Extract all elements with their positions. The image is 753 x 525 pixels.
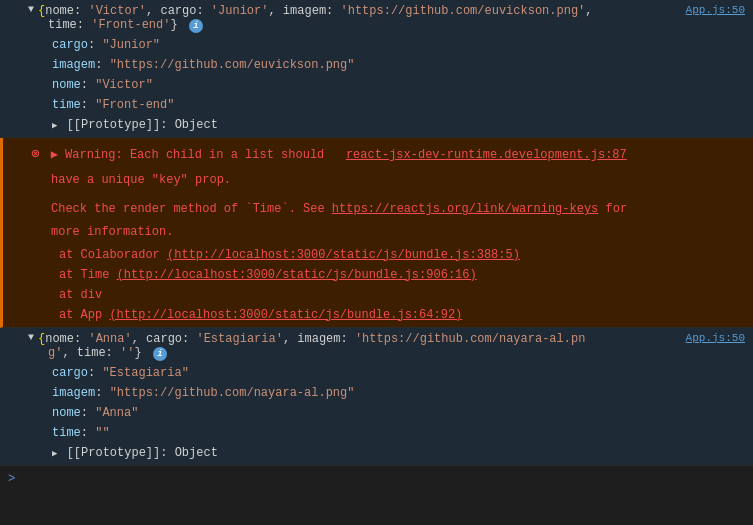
- info-icon-1[interactable]: i: [189, 19, 203, 33]
- stack-line-colaborador: at Colaborador (http://localhost:3000/st…: [23, 245, 753, 265]
- property-nome-2: nome: "Anna": [20, 403, 753, 423]
- file-link-2[interactable]: App.js:50: [686, 332, 745, 344]
- prototype-line-2[interactable]: ▶ [[Prototype]]: Object: [20, 443, 753, 463]
- warning-keys-link[interactable]: https://reactjs.org/link/warning-keys: [332, 202, 598, 216]
- property-cargo-2: cargo: "Estagiaria": [20, 363, 753, 383]
- object-preview-2: {nome: 'Anna', cargo: 'Estagiaria', imag…: [38, 332, 585, 346]
- log-entry-victor: App.js:50 ▼ {nome: 'Victor', cargo: 'Jun…: [0, 0, 753, 138]
- stack-line-app: at App (http://localhost:3000/static/js/…: [23, 305, 753, 325]
- stack-line-time: at Time (http://localhost:3000/static/js…: [23, 265, 753, 285]
- expand-arrow-1[interactable]: ▼: [28, 4, 34, 15]
- warning-body-line1: have a unique "key" prop.: [23, 169, 753, 192]
- property-nome: nome: "Victor": [20, 75, 753, 95]
- expand-arrow-2[interactable]: ▼: [28, 332, 34, 343]
- warning-icon: ⊗: [31, 144, 39, 165]
- property-imagem-2: imagem: "https://github.com/nayara-al.pn…: [20, 383, 753, 403]
- stack-line-div: at div: [23, 285, 753, 305]
- file-link-1[interactable]: App.js:50: [686, 4, 745, 16]
- info-icon-2[interactable]: i: [153, 347, 167, 361]
- bottom-prompt-area: >: [0, 466, 753, 492]
- console-panel[interactable]: App.js:50 ▼ {nome: 'Victor', cargo: 'Jun…: [0, 0, 753, 525]
- property-imagem: imagem: "https://github.com/euvickson.pn…: [20, 55, 753, 75]
- stack-link-app[interactable]: (http://localhost:3000/static/js/bundle.…: [109, 308, 462, 322]
- object-preview-1: {nome: 'Victor', cargo: 'Junior', imagem…: [38, 4, 593, 18]
- warning-body-line3: Check the render method of `Time`. See h…: [23, 192, 753, 221]
- warning-body-line4: more information.: [23, 221, 753, 244]
- log-entry-anna: App.js:50 ▼ {nome: 'Anna', cargo: 'Estag…: [0, 328, 753, 466]
- stack-link-colaborador[interactable]: (http://localhost:3000/static/js/bundle.…: [167, 248, 520, 262]
- prototype-line-1[interactable]: ▶ [[Prototype]]: Object: [20, 115, 753, 135]
- warning-header: ⊗ ▶ Warning: Each child in a list should…: [23, 140, 753, 169]
- property-cargo: cargo: "Junior": [20, 35, 753, 55]
- prompt-arrow[interactable]: >: [8, 472, 15, 486]
- property-time: time: "Front-end": [20, 95, 753, 115]
- warning-entry: ⊗ ▶ Warning: Each child in a list should…: [0, 138, 753, 328]
- warning-file-link[interactable]: react-jsx-dev-runtime.development.js:87: [346, 148, 627, 162]
- warning-text-1: ▶ Warning: Each child in a list should: [51, 148, 339, 162]
- stack-link-time[interactable]: (http://localhost:3000/static/js/bundle.…: [117, 268, 477, 282]
- property-time-2: time: "": [20, 423, 753, 443]
